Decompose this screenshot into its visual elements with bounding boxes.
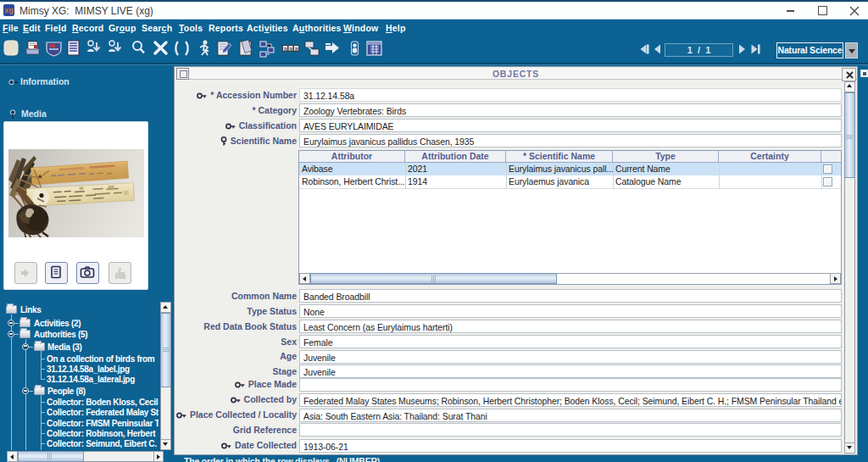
svg-text:a: a [295, 46, 298, 52]
svg-text:a: a [289, 46, 292, 52]
svg-text:a: a [284, 46, 287, 52]
